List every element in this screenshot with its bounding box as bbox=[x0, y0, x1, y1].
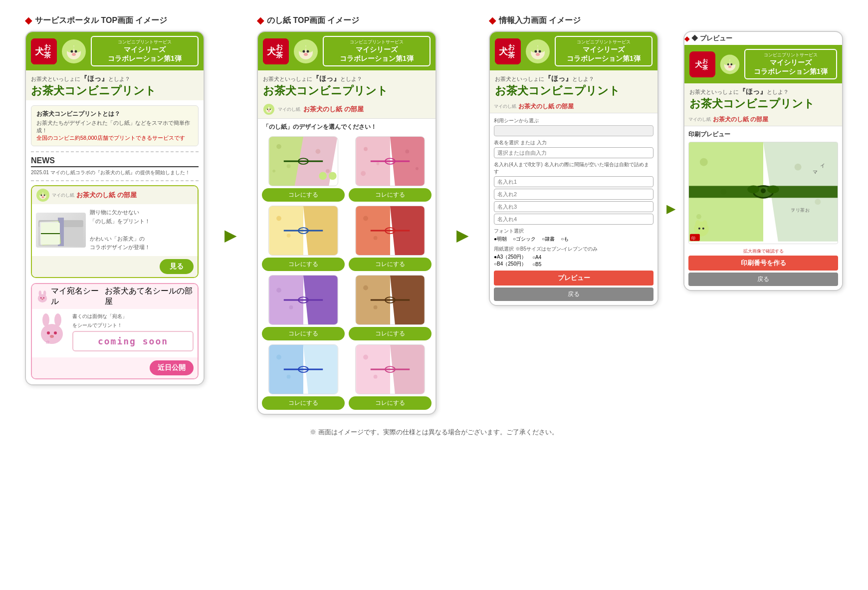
font-mincho-label: ●明朝 bbox=[494, 236, 507, 243]
noshi-select-btn-1[interactable]: コレにする bbox=[262, 188, 345, 202]
svg-text:お: お bbox=[805, 208, 810, 213]
font-option3[interactable]: ○も bbox=[561, 236, 569, 243]
svg-point-135 bbox=[700, 158, 708, 166]
svg-text:ヲ: ヲ bbox=[791, 208, 795, 213]
scene-row: 利用シーンから選ぶ bbox=[494, 117, 653, 136]
subtitle-noshi: お茶犬といっしょに『ほっ』としよ？ bbox=[263, 74, 431, 83]
svg-point-146 bbox=[815, 199, 821, 205]
collab-small-portal: コンビニプリントサービス bbox=[97, 39, 193, 45]
logo-svg-preview: 犬 お 茶 bbox=[692, 54, 713, 75]
noshi-item-8: コレにする bbox=[349, 344, 432, 410]
enlarge-link[interactable]: 拡大画像で確認する bbox=[688, 247, 838, 256]
screens-row: ◆ サービスポータル TOP画面 イメージ 犬 お 茶 bbox=[10, 10, 858, 420]
print-number-button[interactable]: 印刷番号を作る bbox=[688, 256, 838, 271]
main-title-area-portal: お茶犬といっしょに『ほっ』としよ？ お茶犬コンビニプリント bbox=[26, 70, 204, 100]
scene-select[interactable] bbox=[494, 125, 653, 136]
font-reisho[interactable]: ○隷書 bbox=[542, 236, 555, 243]
print-title: 印刷プレビュー bbox=[688, 130, 838, 139]
svg-point-27 bbox=[43, 291, 46, 296]
preview-title-text: ◆ プレビュー bbox=[691, 34, 732, 43]
svg-point-96 bbox=[363, 286, 368, 291]
paper-a4[interactable]: ○A4 bbox=[532, 254, 541, 261]
noshi-select-btn-3[interactable]: コレにする bbox=[262, 258, 345, 271]
svg-point-91 bbox=[289, 305, 293, 309]
paper-a3[interactable]: ●A3（250円） bbox=[494, 254, 526, 261]
coming-soon-text: coming soon bbox=[72, 331, 194, 351]
column-noshi: ◆ のし紙 TOP画面 イメージ 犬 お 茶 bbox=[257, 15, 436, 415]
main-title-portal: お茶犬コンビニプリント bbox=[31, 83, 199, 98]
svg-point-34 bbox=[47, 331, 50, 334]
preview-button[interactable]: プレビュー bbox=[494, 271, 653, 286]
logo-box-input: 犬 お 茶 bbox=[495, 38, 521, 64]
name-display-input[interactable] bbox=[494, 147, 653, 158]
info-red[interactable]: 全国のコンビニ約58,000店舗でプリントできるサービスです bbox=[36, 134, 193, 142]
dog-mascot-preview bbox=[719, 54, 740, 75]
svg-point-132 bbox=[730, 63, 732, 65]
noshi-select-btn-2[interactable]: コレにする bbox=[349, 188, 432, 202]
svg-point-61 bbox=[316, 149, 321, 154]
collab-small-input: コンビニプリントサービス bbox=[561, 39, 647, 45]
logo-box-preview: 犬 お 茶 bbox=[689, 51, 715, 77]
svg-text:お: お bbox=[44, 43, 51, 51]
subtitle-portal: お茶犬といっしょに『ほっ』としよ？ bbox=[31, 74, 199, 83]
panel-dog-icon bbox=[36, 188, 50, 202]
column-title-input: ◆ 情報入力画面 イメージ bbox=[489, 15, 581, 26]
preview-section-title: お茶犬のし紙 の部屋 bbox=[713, 115, 768, 124]
collab-big-preview: マイシリーズコラボレーション第1弾 bbox=[750, 58, 831, 76]
paper-b4[interactable]: ○B4（250円） bbox=[494, 261, 526, 268]
svg-point-47 bbox=[307, 50, 309, 52]
svg-text:お: お bbox=[276, 43, 283, 51]
noshi-select-btn-5[interactable]: コレにする bbox=[262, 327, 345, 340]
dog-mascot-portal bbox=[61, 38, 87, 64]
paper-b5[interactable]: ○B5 bbox=[532, 261, 541, 268]
font-mincho[interactable]: ●明朝 bbox=[494, 236, 507, 243]
name3-input[interactable] bbox=[494, 201, 653, 212]
noshi-image-1 bbox=[268, 136, 338, 186]
svg-text:犬: 犬 bbox=[34, 46, 44, 56]
noshi-select-btn-8[interactable]: コレにする bbox=[349, 396, 432, 410]
main-title-area-preview: お茶犬といっしょに『ほっ』としよ？ お茶犬コンビニプリント bbox=[684, 83, 842, 113]
names-section: 名入れ(4人まで8文字) 名入れの際に間隔が空いた場合は自動で詰めます bbox=[494, 161, 653, 225]
svg-text:イ: イ bbox=[820, 163, 825, 168]
svg-point-141 bbox=[702, 220, 707, 227]
noshi-select-btn-7[interactable]: コレにする bbox=[262, 396, 345, 410]
phone-mockup-portal: 犬 お 茶 bbox=[25, 31, 205, 385]
logo-box-noshi: 犬 お 茶 bbox=[263, 38, 289, 64]
name-display-row: 表名を選択 または 入力 bbox=[494, 139, 653, 158]
collab-banner-preview: コンビニプリントサービス マイシリーズコラボレーション第1弾 bbox=[744, 49, 837, 79]
name1-input[interactable] bbox=[494, 176, 653, 187]
noshi-select-btn-6[interactable]: コレにする bbox=[349, 327, 432, 340]
noshi-select-btn-4[interactable]: コレにする bbox=[349, 258, 432, 271]
paper-b5-label: ○B5 bbox=[532, 262, 541, 267]
collab-banner-input: コンビニプリントサービス マイシリーズコラボレーション第1弾 bbox=[555, 36, 652, 66]
noshi-svg-8 bbox=[356, 345, 425, 394]
logo-svg-input: 犬 お 茶 bbox=[495, 38, 521, 64]
news-item: 2025.01 マイのし紙コラボの『お茶犬のし紙』の提供を開始しました！ bbox=[31, 169, 199, 176]
noshi-svg-6 bbox=[356, 276, 425, 324]
diamond-icon-2: ◆ bbox=[257, 15, 264, 26]
svg-point-145 bbox=[795, 164, 802, 171]
logo-svg-portal: 犬 お 茶 bbox=[31, 38, 57, 64]
svg-point-14 bbox=[43, 190, 48, 196]
noshi-desc3: かわいい「お茶犬」の bbox=[90, 235, 194, 244]
coming-soon-button[interactable]: 近日公開 bbox=[150, 360, 194, 375]
footer-disclaimer: ※ 画面はイメージです。実際の仕様とは異なる場合がございます。ご了承ください。 bbox=[10, 420, 858, 441]
noshi-item-3: コレにする bbox=[262, 206, 345, 271]
address-desc2: をシールでプリント！ bbox=[72, 322, 194, 329]
name4-input[interactable] bbox=[494, 214, 653, 225]
svg-text:犬: 犬 bbox=[266, 46, 276, 56]
noshi-see-button[interactable]: 見る bbox=[160, 259, 194, 274]
svg-point-149 bbox=[747, 185, 759, 193]
font-radio-group: ●明朝 ○ゴシック ○隷書 ○も bbox=[494, 236, 653, 243]
phone-mockup-noshi: 犬 お 茶 コンビニプリ bbox=[257, 31, 436, 415]
name2-input[interactable] bbox=[494, 189, 653, 200]
font-gothic[interactable]: ○ゴシック bbox=[513, 236, 536, 243]
back-button2[interactable]: 戻る bbox=[688, 273, 838, 286]
back-button[interactable]: 戻る bbox=[494, 288, 653, 301]
collab-big-portal: マイシリーズコラボレーション第1弾 bbox=[97, 45, 193, 63]
svg-text:犬: 犬 bbox=[498, 46, 508, 56]
svg-text:☆: ☆ bbox=[45, 339, 50, 345]
noshi-screen-brand: マイのし紙 bbox=[278, 106, 300, 113]
noshi-image-2 bbox=[355, 136, 425, 186]
svg-point-131 bbox=[727, 63, 729, 65]
